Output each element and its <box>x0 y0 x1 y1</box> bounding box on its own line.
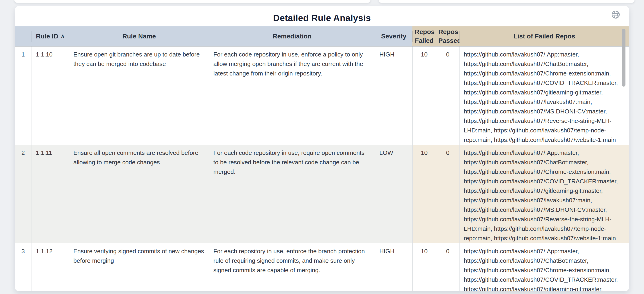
cell-index: 3 <box>15 243 32 292</box>
column-header-rule-id[interactable]: Rule ID∧ <box>32 26 69 46</box>
page-title: Detailed Rule Analysis <box>15 13 629 23</box>
cell-repos-failed: 10 <box>412 243 436 292</box>
card-header: Detailed Rule Analysis <box>15 6 629 26</box>
cell-failed-repos: https://github.com/lavakush07/.App:maste… <box>460 145 629 243</box>
column-header-index <box>15 26 32 46</box>
cell-index: 1 <box>15 46 32 145</box>
sort-ascending-icon: ∧ <box>60 32 65 40</box>
previous-card-right-edge <box>379 0 634 3</box>
column-header-rule-name[interactable]: Rule Name <box>69 26 209 46</box>
cell-repos-passed: 0 <box>436 145 460 243</box>
table-row: 1 1.1.10 Ensure open git branches are up… <box>15 46 629 145</box>
cell-repos-passed: 0 <box>436 243 460 292</box>
cell-severity: LOW <box>375 145 412 243</box>
column-header-remediation[interactable]: Remediation <box>209 26 375 46</box>
cell-failed-repos: https://github.com/lavakush07/.App:maste… <box>460 243 629 292</box>
column-header-failed-repos[interactable]: List of Failed Repos <box>460 26 629 46</box>
cell-repos-failed: 10 <box>412 145 436 243</box>
vertical-scrollbar[interactable] <box>622 27 626 291</box>
table-row: 3 1.1.12 Ensure verifying signed commits… <box>15 243 629 292</box>
cell-rule-name: Ensure all open comments are resolved be… <box>69 145 209 243</box>
cell-remediation: For each code repository in use, require… <box>209 145 375 243</box>
cell-remediation: For each repository in use, enforce the … <box>209 243 375 292</box>
column-header-repos-failed[interactable]: Repos Failed <box>412 26 436 46</box>
cell-severity: HIGH <box>375 46 412 145</box>
column-header-repos-passed[interactable]: Repos Passed <box>436 26 460 46</box>
column-header-rule-id-label: Rule ID <box>36 33 58 40</box>
table-row: 2 1.1.11 Ensure all open comments are re… <box>15 145 629 243</box>
cell-repos-passed: 0 <box>436 46 460 145</box>
cell-failed-repos: https://github.com/lavakush07/.App:maste… <box>460 46 629 145</box>
cell-rule-id: 1.1.12 <box>32 243 69 292</box>
cell-remediation: For each code repository in use, enforce… <box>209 46 375 145</box>
cell-repos-failed: 10 <box>412 46 436 145</box>
column-header-severity[interactable]: Severity <box>375 26 412 46</box>
cell-rule-id: 1.1.10 <box>32 46 69 145</box>
cell-rule-name: Ensure verifying signed commits of new c… <box>69 243 209 292</box>
detailed-rule-analysis-card: Detailed Rule Analysis Rule ID∧ <box>15 6 629 291</box>
cell-index: 2 <box>15 145 32 243</box>
globe-icon[interactable] <box>610 10 621 20</box>
table-header-row: Rule ID∧ Rule Name Remediation Severity … <box>15 26 629 46</box>
cell-rule-name: Ensure open git branches are up to date … <box>69 46 209 145</box>
previous-card-left-edge <box>14 0 370 3</box>
scrollbar-thumb[interactable] <box>622 29 626 87</box>
cell-severity: HIGH <box>375 243 412 292</box>
rule-analysis-table: Rule ID∧ Rule Name Remediation Severity … <box>15 26 629 291</box>
cell-rule-id: 1.1.11 <box>32 145 69 243</box>
